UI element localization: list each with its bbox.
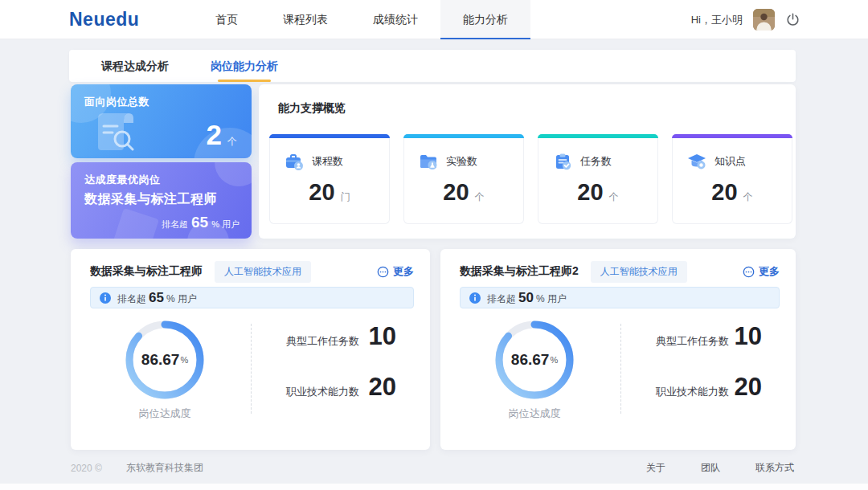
nav-item-course-list[interactable]: 课程列表 xyxy=(260,0,350,39)
rank-suffix: % 用户 xyxy=(536,292,567,306)
panel-stats: 典型工作任务数 10 职业技术能力数 20 xyxy=(286,324,396,425)
donut-unit: % xyxy=(180,355,188,365)
rank-value: 50 xyxy=(518,290,534,306)
job-panel-title: 数据采集与标注工程师2 xyxy=(460,264,579,279)
overview-card-unit: 个 xyxy=(743,190,753,204)
stat-label: 职业技术能力数 xyxy=(286,385,359,399)
donut-value: 86.67 xyxy=(141,351,180,369)
rank-prefix: 排名超 xyxy=(117,292,146,306)
best-job-card: 达成度最优岗位 数据采集与标注工程师 排名超 65 % 用户 xyxy=(71,162,252,239)
active-nav-underline xyxy=(440,38,530,39)
course-briefcase-icon xyxy=(284,151,305,172)
nav-item-label: 能力分析 xyxy=(463,13,508,26)
user-area: Hi，王小明 xyxy=(691,0,800,39)
achievement-donut-chart: 86.67 % xyxy=(493,318,576,402)
rank-banner: 排名超 50 % 用户 xyxy=(460,287,780,308)
jobs-total-card: 面向岗位总数 2 个 xyxy=(71,84,252,158)
tab-label: 岗位能力分析 xyxy=(211,59,278,72)
stat-value: 20 xyxy=(735,374,762,399)
analysis-tabbar: 课程达成分析 岗位能力分析 xyxy=(69,50,796,82)
rank-banner: 排名超 65 % 用户 xyxy=(90,287,414,308)
overview-card-knowledge: 知识点 20 个 xyxy=(672,134,792,224)
rank-prefix: 排名超 xyxy=(162,218,188,231)
stat-value: 20 xyxy=(369,374,396,399)
tab-post-ability[interactable]: 岗位能力分析 xyxy=(190,50,299,82)
top-header: Neuedu 首页 课程列表 成绩统计 能力分析 Hi，王小明 xyxy=(0,0,868,39)
dashed-divider xyxy=(251,324,252,414)
ability-support-overview-panel: 能力支撑概览 课程数 20 门 xyxy=(259,84,796,239)
more-link[interactable]: 更多 xyxy=(743,264,780,279)
overview-card-unit: 门 xyxy=(341,190,350,204)
overview-card-label: 知识点 xyxy=(714,154,746,169)
bottom-strip xyxy=(0,484,868,490)
footer-link-team[interactable]: 团队 xyxy=(701,461,720,475)
circle-ellipsis-icon xyxy=(377,266,389,278)
user-avatar[interactable] xyxy=(753,9,775,31)
overview-card-label: 任务数 xyxy=(580,154,612,169)
copyright: 2020 © xyxy=(71,463,102,474)
page-footer: 2020 © 东软教育科技集团 关于 团队 联系方式 xyxy=(0,451,868,484)
nav-item-ability-analysis[interactable]: 能力分析 xyxy=(440,0,530,39)
footer-link-contact[interactable]: 联系方式 xyxy=(755,461,794,475)
nav-item-label: 课程列表 xyxy=(283,13,328,26)
jobs-total-value-row: 2 个 xyxy=(207,120,237,149)
stat-row-typical-tasks: 典型工作任务数 10 xyxy=(656,324,762,356)
overview-card-value: 20 xyxy=(711,181,737,204)
overview-card-value: 20 xyxy=(443,181,469,204)
overview-card-unit: 个 xyxy=(609,190,619,204)
more-label: 更多 xyxy=(393,264,414,279)
stat-label: 典型工作任务数 xyxy=(286,334,359,349)
stat-row-tech-abilities: 职业技术能力数 20 xyxy=(656,374,762,406)
card-decoration xyxy=(215,162,252,186)
overview-card-value: 20 xyxy=(309,181,334,204)
task-clipboard-icon xyxy=(552,151,573,172)
nav-item-label: 成绩统计 xyxy=(373,13,418,26)
overview-card-label: 课程数 xyxy=(312,154,343,169)
document-search-icon xyxy=(88,107,146,157)
best-job-label: 达成度最优岗位 xyxy=(84,173,161,187)
achievement-donut-chart: 86.67 % xyxy=(123,318,207,402)
logout-power-icon[interactable] xyxy=(785,12,800,27)
neuedu-logo[interactable]: Neuedu xyxy=(69,0,139,39)
rank-value: 65 xyxy=(149,290,164,306)
rank-prefix: 排名超 xyxy=(487,292,516,306)
overview-card-unit: 个 xyxy=(475,190,485,204)
dashed-divider xyxy=(620,324,621,414)
footer-links: 关于 团队 联系方式 xyxy=(646,461,794,475)
donut-value: 86.67 xyxy=(511,351,550,369)
rank-suffix: % 用户 xyxy=(166,292,197,306)
nav-item-label: 首页 xyxy=(215,13,238,26)
knowledge-cap-icon xyxy=(686,151,707,172)
avatar-image xyxy=(753,9,775,31)
experiment-folder-icon xyxy=(418,151,439,172)
overview-card-courses: 课程数 20 门 xyxy=(269,134,390,224)
overview-cards: 课程数 20 门 实验数 xyxy=(269,134,792,224)
main-nav: 首页 课程列表 成绩统计 能力分析 xyxy=(193,0,530,39)
jobs-total-unit: 个 xyxy=(227,135,237,149)
stat-row-tech-abilities: 职业技术能力数 20 xyxy=(286,374,396,406)
more-label: 更多 xyxy=(759,264,780,279)
user-greeting: Hi，王小明 xyxy=(691,13,743,27)
job-panel-tag: 人工智能技术应用 xyxy=(591,261,687,283)
overview-card-tasks: 任务数 20 个 xyxy=(538,134,658,224)
info-icon xyxy=(469,292,481,304)
overview-card-label: 实验数 xyxy=(446,154,477,169)
best-job-title: 数据采集与标注工程师 xyxy=(84,191,217,208)
job-panel-title: 数据采集与标注工程师 xyxy=(90,264,203,279)
overview-title: 能力支撑概览 xyxy=(278,101,346,116)
info-icon xyxy=(100,292,111,304)
job-panel-1: 数据采集与标注工程师 人工智能技术应用 更多 排名超 65 % 用户 xyxy=(71,249,430,450)
jobs-total-value: 2 xyxy=(207,120,222,149)
nav-item-home[interactable]: 首页 xyxy=(193,0,260,39)
rank-suffix: % 用户 xyxy=(211,218,240,231)
tab-course-achievement[interactable]: 课程达成分析 xyxy=(80,50,190,82)
donut-unit: % xyxy=(550,355,558,365)
company-name: 东软教育科技集团 xyxy=(126,461,203,475)
overview-card-experiments: 实验数 20 个 xyxy=(403,134,524,224)
active-tab-underline xyxy=(218,80,271,82)
best-job-rank: 排名超 65 % 用户 xyxy=(162,214,240,231)
footer-link-about[interactable]: 关于 xyxy=(646,461,665,475)
donut-caption: 岗位达成度 xyxy=(481,406,588,421)
nav-item-grade-stats[interactable]: 成绩统计 xyxy=(350,0,440,39)
more-link[interactable]: 更多 xyxy=(377,264,414,279)
